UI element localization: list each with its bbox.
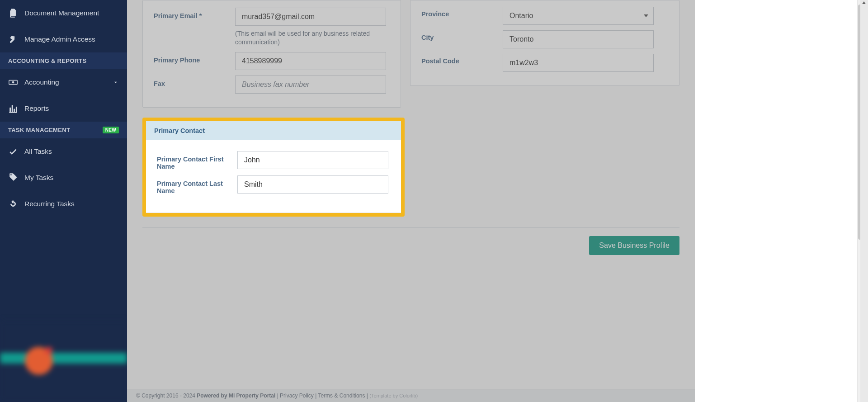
primary-contact-highlight: Primary Contact Primary Contact First Na… bbox=[142, 118, 405, 217]
sidebar-blurred-region bbox=[0, 321, 127, 402]
footer-copyright: © Copyright 2016 - 2024 bbox=[136, 393, 197, 399]
sidebar-item-manage-admin-access[interactable]: Manage Admin Access bbox=[0, 26, 127, 52]
sidebar-item-my-tasks[interactable]: My Tasks bbox=[0, 165, 127, 191]
scroll-up-arrow-icon[interactable] bbox=[862, 1, 866, 4]
primary-contact-header: Primary Contact bbox=[146, 121, 401, 140]
sidebar-item-label: Recurring Tasks bbox=[24, 200, 75, 208]
svg-point-1 bbox=[12, 81, 14, 83]
sidebar-item-document-management[interactable]: Document Management bbox=[0, 0, 127, 26]
footer-powered: Powered by Mi Property Portal bbox=[197, 393, 275, 399]
browser-scrollbar[interactable] bbox=[860, 0, 868, 402]
last-name-input[interactable] bbox=[237, 175, 388, 194]
new-badge: NEW bbox=[103, 127, 119, 133]
bar-chart-icon bbox=[8, 104, 18, 114]
footer: © Copyright 2016 - 2024 Powered by Mi Pr… bbox=[127, 389, 695, 402]
business-info-panel: Primary Email * (This email will be used… bbox=[142, 0, 401, 108]
primary-email-input[interactable] bbox=[235, 8, 386, 26]
first-name-label: Primary Contact First Name bbox=[157, 151, 237, 170]
tag-icon bbox=[8, 173, 18, 183]
privacy-policy-link[interactable]: Privacy Policy bbox=[280, 393, 314, 399]
save-business-profile-button[interactable]: Save Business Profile bbox=[589, 236, 679, 255]
sidebar-item-label: Document Management bbox=[24, 9, 99, 17]
email-help-text: (This email will be used for any busines… bbox=[235, 29, 386, 47]
fax-input[interactable] bbox=[235, 76, 386, 94]
key-icon bbox=[8, 34, 18, 44]
chevron-down-icon bbox=[113, 79, 119, 85]
fax-label: Fax bbox=[154, 76, 235, 87]
sidebar-item-accounting[interactable]: Accounting bbox=[0, 69, 127, 95]
right-gap bbox=[695, 0, 868, 402]
sidebar-item-all-tasks[interactable]: All Tasks bbox=[0, 138, 127, 165]
address-panel: Province City Postal Code bbox=[410, 0, 679, 86]
email-label: Primary Email * bbox=[154, 8, 235, 19]
dropdown-arrow-icon bbox=[644, 14, 648, 17]
terms-link[interactable]: Terms & Conditions bbox=[318, 393, 365, 399]
money-bill-icon bbox=[8, 77, 18, 87]
footer-template: (Template by Colorlib) bbox=[369, 393, 418, 398]
province-select[interactable] bbox=[503, 7, 654, 25]
sidebar-item-label: My Tasks bbox=[24, 174, 53, 182]
last-name-label: Primary Contact Last Name bbox=[157, 175, 237, 194]
sidebar-section-accounting: ACCOUNTING & REPORTS bbox=[0, 52, 127, 69]
city-input[interactable] bbox=[503, 30, 654, 48]
sidebar-item-label: All Tasks bbox=[24, 147, 52, 156]
phone-label: Primary Phone bbox=[154, 52, 235, 64]
city-label: City bbox=[421, 30, 503, 41]
sidebar-item-label: Manage Admin Access bbox=[24, 35, 95, 43]
sidebar-item-label: Accounting bbox=[24, 78, 59, 86]
divider bbox=[142, 227, 679, 228]
primary-phone-input[interactable] bbox=[235, 52, 386, 70]
refresh-icon bbox=[8, 199, 18, 209]
sidebar-section-task-management: TASK MANAGEMENT NEW bbox=[0, 122, 127, 138]
postal-label: Postal Code bbox=[421, 54, 503, 65]
sidebar-item-label: Reports bbox=[24, 104, 49, 113]
check-icon bbox=[8, 147, 18, 156]
sidebar-item-recurring-tasks[interactable]: Recurring Tasks bbox=[0, 191, 127, 217]
documents-icon bbox=[8, 8, 18, 18]
province-label: Province bbox=[421, 7, 503, 18]
sidebar: Document Management Manage Admin Access … bbox=[0, 0, 127, 402]
sidebar-item-reports[interactable]: Reports bbox=[0, 95, 127, 122]
main-content: Primary Email * (This email will be used… bbox=[127, 0, 695, 402]
first-name-input[interactable] bbox=[237, 151, 388, 169]
postal-code-input[interactable] bbox=[503, 54, 654, 72]
